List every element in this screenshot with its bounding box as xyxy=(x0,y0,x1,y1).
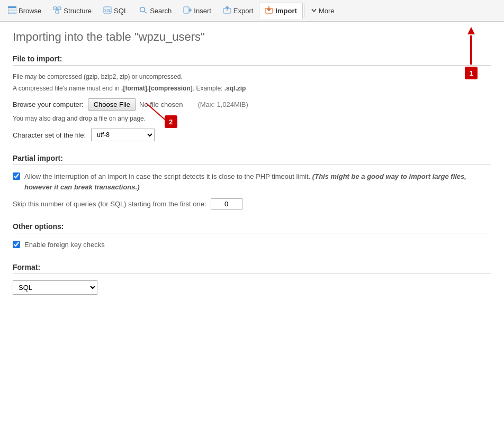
foreign-key-checkbox[interactable] xyxy=(13,241,20,248)
nav-import[interactable]: Import xyxy=(259,3,302,19)
skip-input[interactable] xyxy=(211,198,242,210)
nav-divider xyxy=(304,4,304,17)
nav-insert-label: Insert xyxy=(194,7,211,15)
foreign-key-label: Enable foreign key checks xyxy=(24,240,105,250)
search-icon xyxy=(139,6,148,15)
info-text-2-example: .sql.zip xyxy=(224,85,246,92)
partial-import-label-main: Allow the interruption of an import in c… xyxy=(24,172,310,180)
info-text-2-highlight: .[format].[compression] xyxy=(121,85,193,92)
browse-icon xyxy=(8,6,16,15)
nav-more[interactable]: More xyxy=(305,3,340,19)
other-options-section: Other options: Enable foreign key checks xyxy=(13,222,491,250)
nav-search-label: Search xyxy=(150,7,172,15)
browse-row: Browse your computer: Choose File No fil… xyxy=(13,98,491,111)
nav-export-label: Export xyxy=(233,7,254,15)
info-text-2: A compressed file's name must end in .[f… xyxy=(13,84,491,93)
choose-file-button[interactable]: Choose File xyxy=(88,98,136,111)
arrow-line xyxy=(470,35,472,65)
charset-select[interactable]: utf-8 utf-16 latin1 ascii xyxy=(91,129,155,141)
skip-row: Skip this number of queries (for SQL) st… xyxy=(13,198,491,210)
nav-browse[interactable]: Browse xyxy=(2,3,47,19)
svg-rect-7 xyxy=(56,11,59,13)
svg-rect-1 xyxy=(8,6,16,8)
svg-point-13 xyxy=(140,7,145,12)
svg-rect-15 xyxy=(184,7,189,13)
arrow-up-icon xyxy=(467,27,475,34)
partial-import-header: Partial import: xyxy=(13,154,491,165)
file-to-import-section: File to import: File may be compressed (… xyxy=(13,54,491,141)
drag-drop-text: You may also drag and drop a file on any… xyxy=(13,115,491,122)
export-icon xyxy=(223,6,231,15)
partial-import-checkbox-row: Allow the interruption of an import in c… xyxy=(13,171,491,192)
nav-structure[interactable]: Structure xyxy=(47,3,97,19)
browse-label: Browse your computer: xyxy=(13,101,84,108)
import-icon xyxy=(265,6,273,15)
format-section: Format: SQL CSV CSV using LOAD DATA ODS … xyxy=(13,263,491,295)
partial-import-label: Allow the interruption of an import in c… xyxy=(24,171,491,192)
file-input-container: Choose File No file chosen 2 xyxy=(88,98,183,111)
more-icon xyxy=(311,7,317,15)
page-title: Importing into the table "wpzu_users" xyxy=(13,30,491,44)
partial-import-checkbox[interactable] xyxy=(13,172,20,180)
insert-icon xyxy=(183,6,192,15)
sql-icon: SQL xyxy=(103,6,112,15)
max-size-text: (Max: 1,024MiB) xyxy=(197,101,248,108)
skip-label: Skip this number of queries (for SQL) st… xyxy=(13,200,206,208)
no-file-chosen-text: No file chosen xyxy=(139,101,183,108)
nav-bar: Browse Structure SQL SQL xyxy=(0,0,504,22)
other-options-header: Other options: xyxy=(13,222,491,233)
badge-1: 1 xyxy=(465,67,478,79)
nav-insert[interactable]: Insert xyxy=(177,3,217,19)
charset-label: Character set of the file: xyxy=(13,131,86,139)
nav-sql-label: SQL xyxy=(114,7,128,15)
nav-more-label: More xyxy=(319,7,335,15)
structure-icon xyxy=(53,6,61,15)
nav-structure-label: Structure xyxy=(64,7,92,15)
nav-import-label: Import xyxy=(275,7,296,15)
partial-import-section: Partial import: Allow the interruption o… xyxy=(13,154,491,210)
format-header: Format: xyxy=(13,263,491,274)
info-text-1: File may be compressed (gzip, bzip2, zip… xyxy=(13,72,491,81)
format-select[interactable]: SQL CSV CSV using LOAD DATA ODS OpenDocu… xyxy=(13,280,97,295)
svg-line-14 xyxy=(145,11,147,13)
file-to-import-header: File to import: xyxy=(13,54,491,66)
info-text-2-prefix: A compressed file's name must end in xyxy=(13,85,121,92)
foreign-key-row: Enable foreign key checks xyxy=(13,240,491,250)
nav-search[interactable]: Search xyxy=(133,3,177,19)
info-text-2-suffix: . Example: xyxy=(193,85,224,92)
annotation-1: 1 xyxy=(465,27,478,79)
nav-export[interactable]: Export xyxy=(217,3,259,19)
nav-sql[interactable]: SQL SQL xyxy=(97,3,133,19)
main-content: 1 Importing into the table "wpzu_users" … xyxy=(0,22,504,316)
nav-browse-label: Browse xyxy=(19,7,41,15)
charset-row: Character set of the file: utf-8 utf-16 … xyxy=(13,129,491,141)
svg-text:SQL: SQL xyxy=(104,8,111,13)
